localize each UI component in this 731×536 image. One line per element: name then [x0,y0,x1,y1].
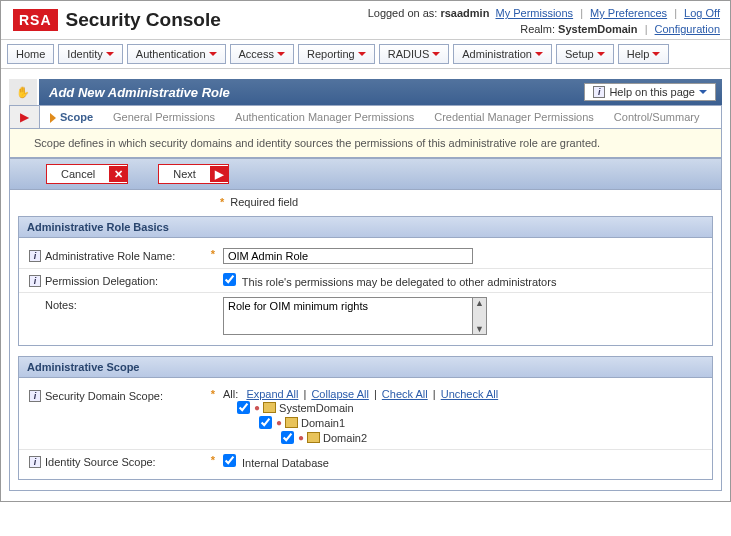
collapse-all-link[interactable]: Collapse All [311,388,368,400]
domain-tree: ● SystemDomain ● Domain1 ● [223,400,702,445]
section-scope-header: Administrative Scope [18,356,713,378]
permission-delegation-checkbox[interactable] [223,273,236,286]
tree-checkbox[interactable] [259,416,272,429]
wizard-icon: ✋ [9,79,39,105]
tree-node-systemdomain[interactable]: ● SystemDomain [237,400,702,415]
security-domain-scope-label: Security Domain Scope: [45,390,163,402]
identity-source-value: Internal Database [242,457,329,469]
section-basics: Administrative Role Basics i Administrat… [18,216,713,346]
domain-icon: ● [276,417,282,428]
tree-checkbox[interactable] [281,431,294,444]
info-icon[interactable]: i [29,390,41,402]
tree-checkbox[interactable] [237,401,250,414]
section-basics-header: Administrative Role Basics [18,216,713,238]
wizard-header: ✋ Add New Administrative Role i Help on … [9,79,722,105]
top-bar: RSA Security Console Logged on as: rsaad… [1,1,730,39]
folder-icon [285,417,298,428]
uncheck-all-link[interactable]: Uncheck All [441,388,498,400]
brand: RSA Security Console [13,5,221,31]
logged-on-label: Logged on as: [368,7,438,19]
identity-source-scope-label: Identity Source Scope: [45,456,156,468]
menu-radius[interactable]: RADIUS [379,44,450,64]
info-icon: i [593,86,605,98]
chevron-down-icon [699,90,707,94]
wizard-title: Add New Administrative Role [39,80,240,105]
all-label: All: [223,388,238,400]
notes-label: Notes: [45,299,77,311]
tab-general-permissions[interactable]: General Permissions [103,106,225,128]
tab-auth-manager-permissions[interactable]: Authentication Manager Permissions [225,106,424,128]
tab-cred-manager-permissions[interactable]: Credential Manager Permissions [424,106,604,128]
folder-icon [263,402,276,413]
domain-icon: ● [254,402,260,413]
help-on-page-button[interactable]: i Help on this page [584,83,716,101]
chevron-down-icon [597,52,605,56]
chevron-down-icon [209,52,217,56]
configuration-link[interactable]: Configuration [655,23,720,35]
notes-textarea[interactable]: Role for OIM minimum rights [223,297,473,335]
chevron-down-icon [277,52,285,56]
wizard-description: Scope defines in which security domains … [9,129,722,158]
menu-help[interactable]: Help [618,44,670,64]
main-panel: Cancel✕ Next▶ *Required field Administra… [9,158,722,491]
wizard-tabs: ▶ Scope General Permissions Authenticati… [9,105,722,129]
log-off-link[interactable]: Log Off [684,7,720,19]
menu-identity[interactable]: Identity [58,44,122,64]
textarea-scrollbar[interactable]: ▲▼ [473,297,487,335]
rsa-logo: RSA [13,9,58,31]
tab-scope[interactable]: Scope [40,106,103,128]
expand-all-link[interactable]: Expand All [246,388,298,400]
info-icon[interactable]: i [29,250,41,262]
domain-icon: ● [298,432,304,443]
folder-icon [307,432,320,443]
chevron-down-icon [432,52,440,56]
tab-control-summary[interactable]: Control/Summary [604,106,710,128]
chevron-down-icon [106,52,114,56]
chevron-down-icon [535,52,543,56]
my-preferences-link[interactable]: My Preferences [590,7,667,19]
menu-authentication[interactable]: Authentication [127,44,226,64]
top-links: Logged on as: rsaadmin My Permissions | … [368,5,720,37]
my-permissions-link[interactable]: My Permissions [495,7,573,19]
tree-node-domain1[interactable]: ● Domain1 [259,415,702,430]
tree-action-links: All: Expand All | Collapse All | Check A… [223,388,702,400]
realm-label: Realm: [520,23,555,35]
info-icon[interactable]: i [29,275,41,287]
chevron-down-icon [358,52,366,56]
menu-setup[interactable]: Setup [556,44,614,64]
arrow-right-icon: ▶ [210,166,228,182]
tree-node-label: Domain1 [301,417,345,429]
menu-home[interactable]: Home [7,44,54,64]
menu-reporting[interactable]: Reporting [298,44,375,64]
logged-on-user: rsaadmin [440,7,489,19]
permission-delegation-text: This role's permissions may be delegated… [242,276,557,288]
menubar: Home Identity Authentication Access Repo… [1,39,730,69]
required-note: *Required field [10,190,721,214]
tree-node-label: SystemDomain [279,402,354,414]
close-icon: ✕ [109,166,127,182]
menu-access[interactable]: Access [230,44,294,64]
action-buttons-row: Cancel✕ Next▶ [10,159,721,190]
check-all-link[interactable]: Check All [382,388,428,400]
role-name-label: Administrative Role Name: [45,250,175,262]
tab-nav-arrow[interactable]: ▶ [10,106,40,128]
menu-administration[interactable]: Administration [453,44,552,64]
arrow-right-icon [50,113,56,123]
info-icon[interactable]: i [29,456,41,468]
realm-value: SystemDomain [558,23,637,35]
chevron-down-icon [652,52,660,56]
cancel-button[interactable]: Cancel✕ [46,164,128,184]
permission-delegation-label: Permission Delegation: [45,275,158,287]
next-button[interactable]: Next▶ [158,164,229,184]
section-scope: Administrative Scope i Security Domain S… [18,356,713,480]
tree-node-label: Domain2 [323,432,367,444]
console-title: Security Console [66,9,221,31]
wizard: ✋ Add New Administrative Role i Help on … [9,79,722,491]
role-name-input[interactable] [223,248,473,264]
identity-source-checkbox[interactable] [223,454,236,467]
tree-node-domain2[interactable]: ● Domain2 [281,430,702,445]
